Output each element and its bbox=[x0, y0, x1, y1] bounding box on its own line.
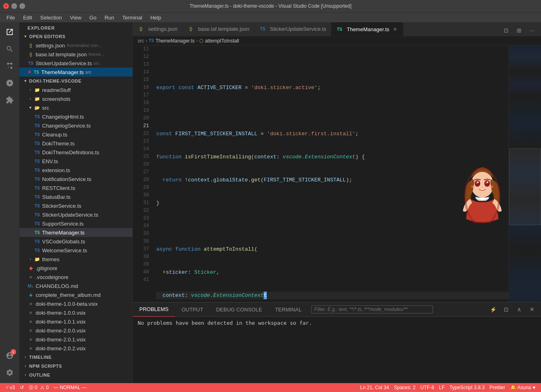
status-language[interactable]: TypeScript 3.8.3 bbox=[447, 383, 487, 392]
file-welcomeservice[interactable]: TS WelcomeService.ts bbox=[19, 246, 132, 255]
panel-up-button[interactable]: ∧ bbox=[513, 304, 525, 315]
file-env[interactable]: TS ENV.ts bbox=[19, 157, 132, 166]
menu-run[interactable]: Run bbox=[101, 14, 117, 21]
tab-base-json[interactable]: {} base.laf.template.json bbox=[183, 22, 254, 36]
file-complete-theme[interactable]: ◈ complete_theme_album.md bbox=[19, 290, 132, 299]
file-vsix-101[interactable]: ≡ doki-theme-1.0.1.vsix bbox=[19, 317, 132, 326]
tab-problems[interactable]: PROBLEMS bbox=[133, 303, 175, 317]
file-name: StickerUpdateService.ts bbox=[42, 212, 98, 218]
npm-scripts-section[interactable]: › NPM SCRIPTS bbox=[19, 362, 132, 371]
tab-theme-manager[interactable]: TS ThemeManager.ts ✕ bbox=[331, 22, 403, 36]
file-vsix-100[interactable]: ≡ doki-theme-1.0.0.vsix bbox=[19, 308, 132, 317]
explorer-icon[interactable] bbox=[2, 24, 18, 40]
status-spaces[interactable]: Spaces: 2 bbox=[392, 383, 418, 392]
terminal-filter-input[interactable] bbox=[311, 305, 433, 313]
breadcrumb-file[interactable]: ThemeManager.ts bbox=[155, 38, 195, 44]
menu-edit[interactable]: Edit bbox=[20, 14, 35, 21]
open-editors-section[interactable]: ▼ OPEN EDITORS bbox=[19, 32, 132, 41]
status-encoding[interactable]: UTF-8 bbox=[418, 383, 437, 392]
breadcrumb-func[interactable]: attemptToInstall bbox=[205, 38, 239, 44]
tab-close-button[interactable]: ✕ bbox=[392, 26, 398, 32]
file-restclient[interactable]: TS RESTClient.ts bbox=[19, 183, 132, 192]
file-extension[interactable]: TS extension.ts bbox=[19, 166, 132, 175]
source-control-activity-icon[interactable] bbox=[2, 58, 18, 74]
file-dokitheme[interactable]: TS DokiTheme.ts bbox=[19, 139, 132, 148]
open-editor-base-json[interactable]: {} base.laf.template.json theme... bbox=[19, 50, 132, 59]
file-gitignore[interactable]: ◆ .gitignore bbox=[19, 264, 132, 273]
status-eol[interactable]: LF bbox=[437, 383, 447, 392]
file-stickerupdateservice[interactable]: TS StickerUpdateService.ts bbox=[19, 210, 132, 219]
file-thememanager-active[interactable]: TS ThemeManager.ts bbox=[19, 228, 132, 237]
tab-icon: {} bbox=[187, 26, 194, 32]
file-notificationservice[interactable]: TS NotificationService.ts bbox=[19, 175, 132, 183]
menu-terminal[interactable]: Terminal bbox=[119, 14, 145, 21]
status-notification[interactable]: 🔔 Asuna ♥ bbox=[508, 383, 538, 392]
breadcrumb-src[interactable]: src bbox=[138, 38, 144, 44]
open-editor-theme-manager[interactable]: ✕ TS ThemeManager.ts src bbox=[19, 68, 132, 77]
extensions-activity-icon[interactable] bbox=[2, 92, 18, 108]
file-changeloghtml[interactable]: TS ChangelogHtml.ts bbox=[19, 112, 132, 121]
file-statusbar[interactable]: TS StatusBar.ts bbox=[19, 192, 132, 201]
folder-themes[interactable]: › 📁 themes bbox=[19, 255, 132, 264]
file-dokithemedefs[interactable]: TS DokiThemeDefinitions.ts bbox=[19, 148, 132, 157]
more-actions-button[interactable]: ··· bbox=[526, 25, 538, 36]
editor-area: {} settings.json {} base.laf.template.js… bbox=[133, 22, 541, 383]
run-debug-activity-icon[interactable] bbox=[2, 75, 18, 91]
minimap[interactable] bbox=[509, 45, 541, 302]
timeline-section[interactable]: › TIMELINE bbox=[19, 353, 132, 362]
menu-selection[interactable]: Selection bbox=[37, 14, 65, 21]
sidebar-scroll[interactable]: ▼ OPEN EDITORS {} settings.json /home/al… bbox=[19, 32, 132, 383]
menu-go[interactable]: Go bbox=[86, 14, 100, 21]
file-changelogservice[interactable]: TS ChangelogService.ts bbox=[19, 121, 132, 130]
maximize-button[interactable]: □ bbox=[19, 3, 25, 9]
ts-file-icon: TS bbox=[34, 185, 40, 191]
file-supportservice[interactable]: TS SupportService.ts bbox=[19, 219, 132, 228]
outline-section[interactable]: › OUTLINE bbox=[19, 371, 132, 379]
accounts-icon[interactable]: 1 bbox=[2, 347, 18, 364]
minimap-viewport[interactable] bbox=[509, 148, 541, 225]
code-editor[interactable]: 11 12 13 14 15 16 17 18 19 20 21 22 23 2… bbox=[133, 45, 541, 302]
file-vsix-202[interactable]: ≡ doki-theme-2.0.2.vsix bbox=[19, 344, 132, 353]
tab-sticker-update[interactable]: TS StickerUpdateService.ts bbox=[255, 22, 332, 36]
folder-src[interactable]: ▼ 📂 src bbox=[19, 103, 132, 112]
tab-output[interactable]: OUTPUT bbox=[175, 303, 209, 317]
split-editor-button[interactable]: ⊡ bbox=[501, 25, 512, 36]
status-prettier[interactable]: Prettier bbox=[487, 383, 508, 392]
menu-help[interactable]: Help bbox=[147, 14, 164, 21]
panel-close-button[interactable]: ✕ bbox=[526, 304, 538, 315]
menu-file[interactable]: File bbox=[3, 14, 18, 21]
file-vscodeignore[interactable]: ≡ .vscodeignore bbox=[19, 273, 132, 281]
notification-bell-icon: 🔔 bbox=[510, 385, 516, 390]
panel-maximize-button[interactable]: ⊡ bbox=[501, 304, 512, 315]
open-editor-settings-json[interactable]: {} settings.json /home/alex/.con... bbox=[19, 41, 132, 50]
file-stickerservice[interactable]: TS StickerService.ts bbox=[19, 201, 132, 210]
file-vsix-201[interactable]: ≡ doki-theme-2.0.1.vsix bbox=[19, 335, 132, 344]
status-errors[interactable]: ⓪ 0 ⚠ 0 bbox=[26, 383, 51, 392]
minimize-button[interactable]: — bbox=[11, 3, 17, 9]
folder-screenshots[interactable]: › 📁 screenshots bbox=[19, 94, 132, 103]
close-editor-icon[interactable]: ✕ bbox=[28, 69, 32, 75]
window-controls[interactable]: ✕ — □ bbox=[3, 3, 25, 9]
open-editor-sticker-update[interactable]: TS StickerUpdateService.ts src bbox=[19, 59, 132, 68]
file-vsix-100beta[interactable]: ≡ doki-theme-1.0.0-beta.vsix bbox=[19, 299, 132, 308]
settings-gear-icon[interactable] bbox=[2, 364, 18, 381]
tab-settings-json[interactable]: {} settings.json bbox=[133, 22, 183, 36]
status-branch[interactable]: ⑂ v3 bbox=[3, 383, 17, 392]
tab-debug-console[interactable]: DEBUG CONSOLE bbox=[210, 303, 268, 317]
file-vscodeglobals[interactable]: TS VSCodeGlobals.ts bbox=[19, 237, 132, 246]
search-activity-icon[interactable] bbox=[2, 41, 18, 57]
tab-terminal[interactable]: TERMINAL bbox=[268, 303, 308, 317]
code-content[interactable]: export const ACTIVE_STICKER = 'doki.stic… bbox=[153, 45, 509, 302]
file-changelog[interactable]: M↓ CHANGELOG.md bbox=[19, 281, 132, 290]
project-section[interactable]: ▼ DOKI-THEME-VSCODE bbox=[19, 77, 132, 85]
file-vsix-200[interactable]: ≡ doki-theme-2.0.0.vsix bbox=[19, 326, 132, 335]
folder-readmestuff[interactable]: › 📁 readmeStuff bbox=[19, 85, 132, 94]
status-sync[interactable]: ↺ bbox=[17, 383, 26, 392]
menu-view[interactable]: View bbox=[67, 14, 85, 21]
line-num-39: 39 bbox=[133, 261, 149, 268]
status-cursor[interactable]: Ln 21, Col 34 bbox=[358, 383, 391, 392]
close-button[interactable]: ✕ bbox=[3, 3, 9, 9]
filter-icon[interactable]: ⚡ bbox=[488, 304, 499, 315]
file-cleanup[interactable]: TS Cleanup.ts bbox=[19, 130, 132, 139]
editor-layout-button[interactable]: ⊞ bbox=[513, 25, 525, 36]
